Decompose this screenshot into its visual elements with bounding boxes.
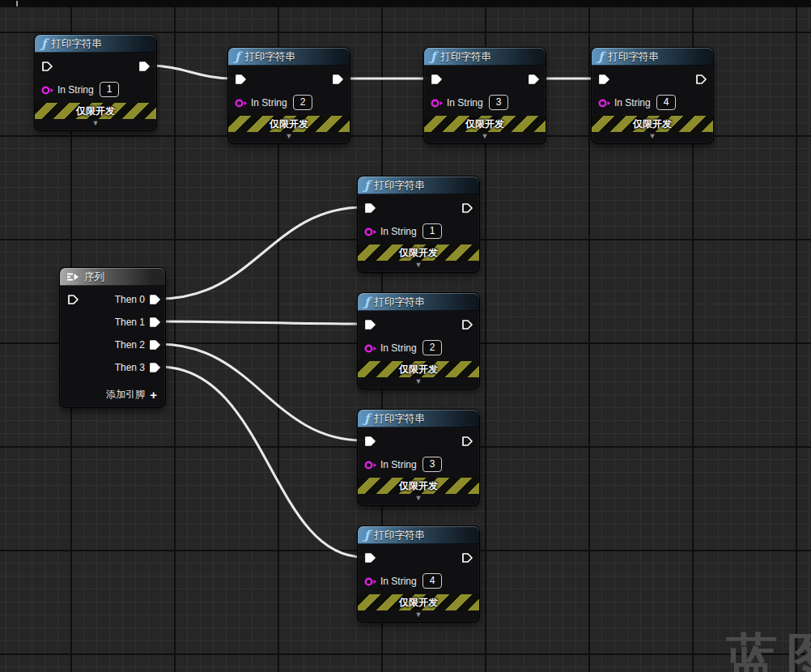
- dev-only-banner: 仅限开发: [358, 478, 479, 494]
- then-2-pin[interactable]: [149, 339, 160, 351]
- node-header[interactable]: ƒ 打印字符串: [358, 410, 479, 427]
- then-1-pin[interactable]: [149, 317, 160, 328]
- exec-out-pin[interactable]: [461, 319, 473, 330]
- collapse-chevron-icon[interactable]: ▼: [228, 131, 350, 141]
- node-title: 打印字符串: [440, 50, 491, 64]
- in-string-value-field[interactable]: 3: [489, 95, 508, 110]
- exec-wire-then3[interactable]: [159, 367, 363, 557]
- print-string-node-seq-1[interactable]: ƒ 打印字符串 In String 1 仅限开发 ▼: [357, 176, 480, 273]
- collapse-chevron-icon[interactable]: ▼: [358, 260, 479, 270]
- node-title: 序列: [84, 270, 104, 284]
- exec-out-pin[interactable]: [695, 74, 707, 85]
- collapse-chevron-icon[interactable]: ▼: [424, 131, 546, 141]
- collapse-chevron-icon[interactable]: ▼: [358, 376, 479, 386]
- print-string-node-chain-1[interactable]: ƒ 打印字符串 In String 1 仅限开发 ▼: [34, 34, 157, 131]
- exec-out-pin[interactable]: [138, 61, 150, 72]
- print-string-node-chain-2[interactable]: ƒ 打印字符串 In String 2 仅限开发 ▼: [227, 47, 350, 144]
- exec-in-pin[interactable]: [431, 74, 442, 85]
- in-string-label: In String: [380, 576, 417, 587]
- then-3-pin[interactable]: [149, 362, 160, 373]
- collapse-chevron-icon[interactable]: ▼: [592, 131, 713, 141]
- exec-in-pin[interactable]: [364, 552, 376, 564]
- exec-in-pin[interactable]: [235, 74, 246, 85]
- then-1-label: Then 1: [115, 317, 145, 328]
- dev-only-banner: 仅限开发: [358, 361, 479, 377]
- sequence-node[interactable]: 序列 Then 0 Then 1 Then 2 Then 3 添加引脚 +: [59, 267, 166, 408]
- in-string-value-field[interactable]: 4: [656, 95, 676, 110]
- string-pin[interactable]: [598, 98, 612, 108]
- print-string-node-chain-3[interactable]: ƒ 打印字符串 In String 3 仅限开发 ▼: [423, 47, 546, 144]
- function-icon: ƒ: [598, 51, 603, 63]
- then-3-label: Then 3: [115, 362, 145, 373]
- print-string-node-seq-2[interactable]: ƒ 打印字符串 In String 2 仅限开发 ▼: [357, 292, 480, 389]
- node-title: 打印字符串: [374, 179, 425, 193]
- then-0-pin[interactable]: [149, 294, 160, 305]
- exec-in-pin[interactable]: [598, 74, 609, 85]
- in-string-value-field[interactable]: 3: [422, 457, 442, 472]
- string-pin[interactable]: [235, 98, 248, 108]
- node-header[interactable]: ƒ 打印字符串: [358, 293, 479, 311]
- function-icon: ƒ: [41, 38, 46, 50]
- node-title: 打印字符串: [374, 296, 425, 309]
- exec-in-pin[interactable]: [67, 294, 79, 305]
- in-string-label: In String: [251, 97, 287, 108]
- then-0-row: Then 0: [115, 293, 160, 306]
- then-0-label: Then 0: [115, 294, 145, 305]
- in-string-label: In String: [380, 342, 417, 354]
- dev-only-banner: 仅限开发: [35, 103, 156, 119]
- in-string-value-field[interactable]: 2: [293, 95, 312, 110]
- in-string-label: In String: [57, 84, 94, 96]
- sequence-icon: [66, 272, 79, 282]
- print-string-node-chain-4[interactable]: ƒ 打印字符串 In String 4 仅限开发 ▼: [591, 47, 714, 144]
- node-header[interactable]: ƒ 打印字符串: [358, 526, 479, 544]
- exec-wire-then2[interactable]: [159, 344, 363, 440]
- string-pin[interactable]: [41, 85, 55, 96]
- print-string-node-seq-3[interactable]: ƒ 打印字符串 In String 3 仅限开发 ▼: [357, 409, 480, 506]
- exec-out-pin[interactable]: [461, 552, 473, 564]
- node-header[interactable]: ƒ 打印字符串: [35, 35, 156, 53]
- function-icon: ƒ: [364, 530, 369, 542]
- node-title: 打印字符串: [244, 50, 295, 64]
- window-top-strip: [0, 0, 811, 7]
- node-title: 打印字符串: [608, 50, 659, 64]
- in-string-value-field[interactable]: 1: [100, 82, 119, 97]
- add-pin-button[interactable]: 添加引脚 +: [106, 388, 157, 402]
- exec-out-pin[interactable]: [461, 436, 473, 447]
- add-pin-label: 添加引脚: [106, 388, 145, 402]
- node-header[interactable]: ƒ 打印字符串: [228, 48, 350, 66]
- string-pin[interactable]: [364, 460, 378, 470]
- in-string-label: In String: [380, 226, 417, 237]
- function-icon: ƒ: [364, 180, 369, 192]
- string-pin[interactable]: [364, 343, 378, 354]
- function-icon: ƒ: [364, 296, 369, 308]
- node-title: 打印字符串: [374, 412, 425, 426]
- node-header[interactable]: ƒ 打印字符串: [358, 177, 479, 194]
- exec-wire-then1[interactable]: [159, 321, 363, 324]
- in-string-value-field[interactable]: 2: [422, 340, 442, 355]
- node-header[interactable]: ƒ 打印字符串: [592, 48, 713, 66]
- in-string-value-field[interactable]: 4: [422, 573, 442, 589]
- exec-in-pin[interactable]: [364, 319, 376, 330]
- collapse-chevron-icon[interactable]: ▼: [35, 118, 156, 128]
- dev-only-banner: 仅限开发: [358, 245, 479, 261]
- exec-in-pin[interactable]: [364, 436, 376, 447]
- string-pin[interactable]: [431, 98, 444, 108]
- exec-in-pin[interactable]: [41, 61, 53, 72]
- exec-wire-chain-1-2[interactable]: [148, 66, 234, 79]
- exec-out-pin[interactable]: [461, 202, 473, 214]
- node-header[interactable]: ƒ 打印字符串: [424, 48, 546, 66]
- in-string-label: In String: [447, 97, 483, 108]
- string-pin[interactable]: [364, 576, 378, 587]
- node-header[interactable]: 序列: [60, 268, 165, 286]
- function-icon: ƒ: [364, 413, 369, 425]
- print-string-node-seq-4[interactable]: ƒ 打印字符串 In String 4 仅限开发 ▼: [357, 525, 480, 623]
- collapse-chevron-icon[interactable]: ▼: [358, 493, 479, 503]
- exec-out-pin[interactable]: [528, 74, 539, 85]
- then-2-row: Then 2: [115, 338, 160, 351]
- collapse-chevron-icon[interactable]: ▼: [358, 610, 479, 619]
- string-pin[interactable]: [364, 227, 378, 237]
- in-string-value-field[interactable]: 1: [422, 223, 442, 239]
- exec-in-pin[interactable]: [364, 202, 376, 214]
- exec-out-pin[interactable]: [332, 74, 343, 85]
- exec-wire-then0[interactable]: [159, 207, 363, 299]
